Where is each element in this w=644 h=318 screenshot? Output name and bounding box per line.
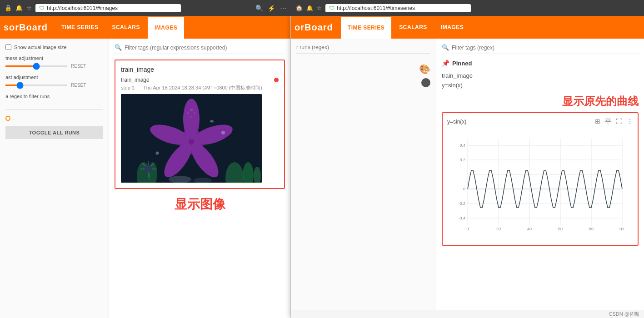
timestamp-label: Thu Apr 18 2024 18:28:34 GMT+0800 (中国标准时…: [143, 85, 262, 90]
svg-text:0: 0: [463, 187, 465, 191]
lightning-icon[interactable]: ⚡: [268, 5, 275, 12]
starfish-image: [121, 94, 262, 183]
run-dot-label: .: [13, 115, 15, 121]
filter-runs-section: a regex to filter runs: [5, 94, 103, 110]
chart-fullscreen-icon[interactable]: ⛶: [616, 118, 622, 126]
search-bar-right: 🔍: [442, 44, 639, 54]
contrast-reset-btn[interactable]: RESET: [70, 82, 87, 88]
shield-icon-right: 🛡: [329, 5, 334, 11]
filter-runs-input[interactable]: [5, 102, 103, 110]
chart-header: y=sin(x) ⊞ 平 ⛶ ⋮: [447, 118, 633, 126]
tb-logo-left: sorBoard: [4, 22, 48, 33]
annotation-right: 显示原先的曲线: [562, 94, 639, 109]
sin-chart-svg: 0.4 0.2 0 -0.2 -0.4 0 20 40 60 80 100: [447, 129, 624, 238]
main-area-left: 🔍 train_image train_image step 1 Thu Apr…: [109, 39, 290, 318]
pinned-section: 📌 Pinned: [442, 60, 639, 67]
sidebar-left: Show actual image size tness adjustment …: [0, 39, 109, 318]
show-image-size-label: Show actual image size: [14, 45, 67, 50]
svg-point-20: [190, 116, 193, 118]
browser-chrome-right: 🏠 🔔 ☆ 🛡 http://localhost:6011/#timeserie…: [291, 0, 644, 16]
starfish-svg: [121, 94, 262, 183]
svg-point-14: [183, 99, 200, 139]
svg-text:20: 20: [496, 227, 501, 231]
chart-container: y=sin(x) ⊞ 平 ⛶ ⋮: [442, 112, 639, 246]
browser-icon-lock: 🔒: [5, 5, 12, 11]
contrast-slider[interactable]: [5, 84, 67, 86]
image-card: train_image train_image step 1 Thu Apr 1…: [115, 60, 285, 189]
annotation-left: 显示图像: [115, 196, 285, 213]
image-step-info: step 1 Thu Apr 18 2024 18:28:34 GMT+0800…: [121, 84, 279, 91]
left-content: Show actual image size tness adjustment …: [0, 39, 290, 318]
svg-text:0.2: 0.2: [459, 158, 465, 162]
svg-point-22: [194, 112, 195, 114]
chart-pin-icon[interactable]: 平: [605, 118, 611, 126]
shield-icon: 🛡: [39, 5, 45, 11]
bottom-bar: CSDN @佐咖: [291, 310, 644, 318]
tag-item-0: train_image: [442, 72, 639, 79]
more-icon[interactable]: ⋯: [280, 5, 286, 12]
tb-header-left: sorBoard TIME SERIES SCALARS IMAGES: [0, 16, 290, 39]
nav-item-time-series-left[interactable]: TIME SERIES: [55, 16, 105, 39]
nav-item-time-series-right[interactable]: TIME SERIES: [340, 16, 393, 39]
svg-text:80: 80: [589, 227, 594, 231]
svg-text:40: 40: [527, 227, 532, 231]
nav-item-scalars-left[interactable]: SCALARS: [105, 16, 147, 39]
svg-text:-0.4: -0.4: [458, 216, 465, 220]
filter-runs-right: [296, 44, 430, 54]
brightness-reset-btn[interactable]: RESET: [70, 63, 87, 69]
svg-text:0.4: 0.4: [459, 143, 465, 148]
svg-point-19: [190, 109, 193, 111]
brightness-slider[interactable]: [5, 65, 67, 67]
nav-item-images-right[interactable]: IMAGES: [434, 16, 470, 39]
tb-nav-left: TIME SERIES SCALARS IMAGES: [55, 16, 185, 39]
svg-point-23: [221, 131, 225, 134]
nav-item-images-left[interactable]: IMAGES: [147, 16, 185, 39]
show-image-size-checkbox[interactable]: [5, 44, 11, 50]
search-browser-icon[interactable]: 🔍: [255, 5, 263, 12]
svg-text:0: 0: [466, 227, 469, 231]
svg-point-27: [210, 120, 214, 123]
filter-runs-label: a regex to filter runs: [5, 94, 103, 99]
palette-icon[interactable]: 🎨: [419, 64, 430, 75]
address-bar-left[interactable]: 🛡 http://localhost:6011/#images: [35, 4, 181, 12]
browser-icon-star-right: ☆: [317, 5, 322, 11]
pinned-label: Pinned: [452, 60, 472, 67]
image-item-header: train_image: [121, 77, 279, 83]
home-icon[interactable]: 🏠: [295, 5, 303, 11]
tb-nav-right: TIME SERIES SCALARS IMAGES: [340, 16, 470, 39]
brightness-label: tness adjustment: [5, 55, 103, 61]
toggle-all-runs-btn[interactable]: TOGGLE ALL RUNS: [5, 126, 103, 139]
svg-point-6: [145, 165, 152, 173]
step-label: step 1: [121, 85, 135, 90]
window-left: sorBoard TIME SERIES SCALARS IMAGES Show…: [0, 16, 291, 318]
circle-icon: [421, 78, 430, 87]
svg-text:-0.2: -0.2: [458, 201, 465, 206]
run-dot: [5, 116, 10, 121]
browser-actions-left: 🔍 ⚡ ⋯: [255, 5, 286, 12]
url-left: http://localhost:6011/#images: [47, 5, 118, 11]
chart-expand-icon[interactable]: ⊞: [595, 118, 600, 126]
chart-title: y=sin(x): [447, 119, 466, 125]
right-content: 🎨 🔍 📌 Pinned train_image y=sin(x): [291, 39, 644, 318]
filter-runs-input-right[interactable]: [296, 44, 430, 50]
browser-icon-bell: 🔔: [15, 5, 23, 11]
svg-point-24: [156, 152, 159, 155]
contrast-label: ast adjustment: [5, 75, 103, 80]
tag-list: train_image y=sin(x): [442, 72, 639, 89]
chart-more-icon[interactable]: ⋮: [627, 118, 633, 126]
svg-point-21: [187, 112, 189, 114]
sidebar-right: 🎨: [291, 39, 436, 318]
svg-text:100: 100: [619, 227, 624, 231]
browser-icon-bell-right: 🔔: [306, 5, 313, 11]
address-bar-right[interactable]: 🛡 http://localhost:6011/#timeseries: [325, 4, 471, 12]
search-icon-left: 🔍: [115, 44, 122, 51]
nav-item-scalars-right[interactable]: SCALARS: [392, 16, 434, 39]
search-bar-left: 🔍: [115, 44, 285, 54]
run-controls: 🎨: [296, 64, 430, 87]
search-input-left[interactable]: [125, 45, 285, 51]
bottom-bar-text: CSDN @佐咖: [609, 311, 639, 318]
search-icon-right: 🔍: [442, 44, 449, 51]
svg-text:60: 60: [558, 227, 563, 231]
image-card-title: train_image: [121, 66, 279, 73]
search-input-right[interactable]: [452, 45, 639, 51]
